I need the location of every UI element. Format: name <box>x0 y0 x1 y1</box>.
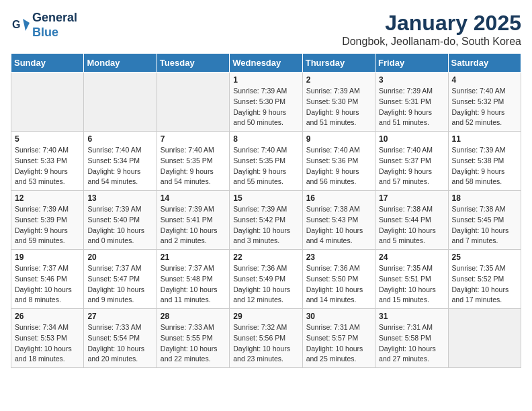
calendar-table: SundayMondayTuesdayWednesdayThursdayFrid… <box>11 53 521 368</box>
day-number: 1 <box>233 75 298 85</box>
day-number: 9 <box>306 134 371 144</box>
weekday-header-cell: Sunday <box>11 54 84 73</box>
calendar-cell: 28Sunrise: 7:33 AM Sunset: 5:55 PM Dayli… <box>157 309 229 368</box>
day-number: 17 <box>379 193 444 203</box>
day-info: Sunrise: 7:36 AM Sunset: 5:49 PM Dayligh… <box>233 263 298 306</box>
calendar-cell: 15Sunrise: 7:39 AM Sunset: 5:42 PM Dayli… <box>230 191 302 250</box>
day-number: 10 <box>379 134 444 144</box>
day-number: 28 <box>161 312 226 321</box>
day-info: Sunrise: 7:39 AM Sunset: 5:41 PM Dayligh… <box>161 204 226 246</box>
day-number: 22 <box>233 253 298 262</box>
day-info: Sunrise: 7:38 AM Sunset: 5:45 PM Dayligh… <box>452 204 517 246</box>
day-number: 24 <box>379 253 444 262</box>
calendar-cell: 22Sunrise: 7:36 AM Sunset: 5:49 PM Dayli… <box>230 250 302 309</box>
day-info: Sunrise: 7:39 AM Sunset: 5:42 PM Dayligh… <box>233 204 298 246</box>
calendar-cell: 24Sunrise: 7:35 AM Sunset: 5:51 PM Dayli… <box>375 250 448 309</box>
day-info: Sunrise: 7:36 AM Sunset: 5:50 PM Dayligh… <box>306 263 371 306</box>
calendar-cell: 25Sunrise: 7:35 AM Sunset: 5:52 PM Dayli… <box>448 250 521 309</box>
day-number: 4 <box>452 75 517 85</box>
day-number: 19 <box>15 253 80 262</box>
calendar-cell <box>84 73 157 132</box>
calendar-week-row: 26Sunrise: 7:34 AM Sunset: 5:53 PM Dayli… <box>11 309 521 368</box>
calendar-cell <box>11 73 84 132</box>
day-info: Sunrise: 7:35 AM Sunset: 5:52 PM Dayligh… <box>452 263 517 306</box>
calendar-week-row: 5Sunrise: 7:40 AM Sunset: 5:33 PM Daylig… <box>11 132 521 191</box>
calendar-cell: 9Sunrise: 7:40 AM Sunset: 5:36 PM Daylig… <box>302 132 375 191</box>
weekday-header-cell: Thursday <box>302 54 375 73</box>
day-number: 29 <box>233 312 298 321</box>
calendar-cell: 2Sunrise: 7:39 AM Sunset: 5:30 PM Daylig… <box>302 73 375 132</box>
day-number: 8 <box>233 134 298 144</box>
day-info: Sunrise: 7:39 AM Sunset: 5:30 PM Dayligh… <box>306 86 371 128</box>
day-info: Sunrise: 7:40 AM Sunset: 5:35 PM Dayligh… <box>233 145 298 187</box>
calendar-cell <box>157 73 229 132</box>
calendar-cell: 31Sunrise: 7:31 AM Sunset: 5:58 PM Dayli… <box>375 309 448 368</box>
calendar-cell: 19Sunrise: 7:37 AM Sunset: 5:46 PM Dayli… <box>11 250 84 309</box>
day-info: Sunrise: 7:31 AM Sunset: 5:57 PM Dayligh… <box>306 322 371 365</box>
calendar-cell: 23Sunrise: 7:36 AM Sunset: 5:50 PM Dayli… <box>302 250 375 309</box>
day-info: Sunrise: 7:40 AM Sunset: 5:36 PM Dayligh… <box>306 145 371 187</box>
day-info: Sunrise: 7:37 AM Sunset: 5:48 PM Dayligh… <box>161 263 226 306</box>
calendar-cell: 12Sunrise: 7:39 AM Sunset: 5:39 PM Dayli… <box>11 191 84 250</box>
day-info: Sunrise: 7:40 AM Sunset: 5:32 PM Dayligh… <box>452 86 517 128</box>
calendar-subtitle: Dongbok, Jeollanam-do, South Korea <box>342 36 521 48</box>
weekday-header-cell: Saturday <box>448 54 521 73</box>
day-info: Sunrise: 7:32 AM Sunset: 5:56 PM Dayligh… <box>233 322 298 365</box>
calendar-week-row: 12Sunrise: 7:39 AM Sunset: 5:39 PM Dayli… <box>11 191 521 250</box>
day-info: Sunrise: 7:39 AM Sunset: 5:30 PM Dayligh… <box>233 86 298 128</box>
logo-line1: General <box>32 11 77 26</box>
day-number: 23 <box>306 253 371 262</box>
calendar-cell: 4Sunrise: 7:40 AM Sunset: 5:32 PM Daylig… <box>448 73 521 132</box>
calendar-cell <box>448 309 521 368</box>
day-number: 18 <box>452 193 517 203</box>
weekday-header-cell: Monday <box>84 54 157 73</box>
calendar-cell: 13Sunrise: 7:39 AM Sunset: 5:40 PM Dayli… <box>84 191 157 250</box>
day-number: 27 <box>87 312 152 321</box>
day-info: Sunrise: 7:35 AM Sunset: 5:51 PM Dayligh… <box>379 263 444 306</box>
day-info: Sunrise: 7:40 AM Sunset: 5:37 PM Dayligh… <box>379 145 444 187</box>
day-number: 31 <box>379 312 444 321</box>
day-info: Sunrise: 7:37 AM Sunset: 5:46 PM Dayligh… <box>15 263 80 306</box>
calendar-week-row: 19Sunrise: 7:37 AM Sunset: 5:46 PM Dayli… <box>11 250 521 309</box>
day-info: Sunrise: 7:38 AM Sunset: 5:43 PM Dayligh… <box>306 204 371 246</box>
calendar-cell: 26Sunrise: 7:34 AM Sunset: 5:53 PM Dayli… <box>11 309 84 368</box>
weekday-header-cell: Tuesday <box>157 54 229 73</box>
header: G General Blue January 2025 Dongbok, Jeo… <box>11 11 521 48</box>
day-number: 2 <box>306 75 371 85</box>
day-number: 6 <box>87 134 152 144</box>
day-number: 12 <box>15 193 80 203</box>
day-number: 5 <box>15 134 80 144</box>
day-info: Sunrise: 7:40 AM Sunset: 5:33 PM Dayligh… <box>15 145 80 187</box>
weekday-header-cell: Wednesday <box>230 54 302 73</box>
day-info: Sunrise: 7:39 AM Sunset: 5:39 PM Dayligh… <box>15 204 80 246</box>
day-info: Sunrise: 7:33 AM Sunset: 5:54 PM Dayligh… <box>87 322 152 365</box>
calendar-cell: 7Sunrise: 7:40 AM Sunset: 5:35 PM Daylig… <box>157 132 229 191</box>
calendar-cell: 20Sunrise: 7:37 AM Sunset: 5:47 PM Dayli… <box>84 250 157 309</box>
calendar-cell: 10Sunrise: 7:40 AM Sunset: 5:37 PM Dayli… <box>375 132 448 191</box>
calendar-cell: 30Sunrise: 7:31 AM Sunset: 5:57 PM Dayli… <box>302 309 375 368</box>
day-number: 14 <box>161 193 226 203</box>
day-number: 11 <box>452 134 517 144</box>
logo-text: General Blue <box>32 11 77 40</box>
calendar-cell: 16Sunrise: 7:38 AM Sunset: 5:43 PM Dayli… <box>302 191 375 250</box>
svg-marker-1 <box>23 19 30 31</box>
calendar-cell: 18Sunrise: 7:38 AM Sunset: 5:45 PM Dayli… <box>448 191 521 250</box>
calendar-body: 1Sunrise: 7:39 AM Sunset: 5:30 PM Daylig… <box>11 73 521 368</box>
calendar-cell: 29Sunrise: 7:32 AM Sunset: 5:56 PM Dayli… <box>230 309 302 368</box>
day-number: 7 <box>161 134 226 144</box>
day-number: 21 <box>161 253 226 262</box>
calendar-cell: 14Sunrise: 7:39 AM Sunset: 5:41 PM Dayli… <box>157 191 229 250</box>
day-number: 26 <box>15 312 80 321</box>
calendar-cell: 6Sunrise: 7:40 AM Sunset: 5:34 PM Daylig… <box>84 132 157 191</box>
day-info: Sunrise: 7:33 AM Sunset: 5:55 PM Dayligh… <box>161 322 226 365</box>
day-number: 3 <box>379 75 444 85</box>
day-number: 16 <box>306 193 371 203</box>
day-info: Sunrise: 7:39 AM Sunset: 5:38 PM Dayligh… <box>452 145 517 187</box>
calendar-cell: 17Sunrise: 7:38 AM Sunset: 5:44 PM Dayli… <box>375 191 448 250</box>
day-number: 13 <box>87 193 152 203</box>
logo-icon: G <box>11 16 30 35</box>
calendar-cell: 8Sunrise: 7:40 AM Sunset: 5:35 PM Daylig… <box>230 132 302 191</box>
calendar-week-row: 1Sunrise: 7:39 AM Sunset: 5:30 PM Daylig… <box>11 73 521 132</box>
day-info: Sunrise: 7:39 AM Sunset: 5:31 PM Dayligh… <box>379 86 444 128</box>
weekday-header-cell: Friday <box>375 54 448 73</box>
